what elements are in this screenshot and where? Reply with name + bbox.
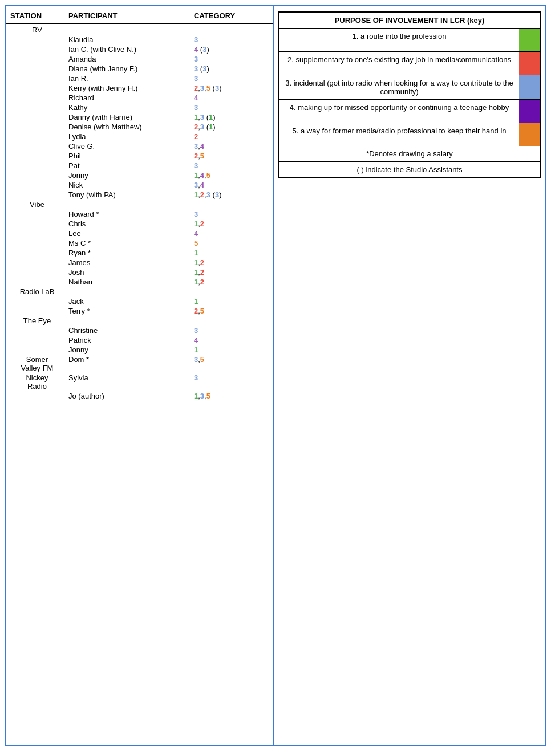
cell-participant: Tony (with PA) [68,190,194,199]
key-item-color [519,123,540,146]
cell-station: Vibe [6,200,68,209]
table-row: RV [6,25,273,35]
cell-category: 2,5 [194,152,262,160]
cell-participant: Josh [68,268,194,277]
key-note1: *Denotes drawing a salary [279,146,540,162]
table-row: Richard4 [6,93,273,103]
cell-participant: Ms C * [68,239,194,247]
table-row: Josh1,2 [6,267,273,277]
cell-participant: Terry * [68,307,194,315]
cell-participant: Kathy [68,103,194,112]
cell-participant: Phil [68,152,194,160]
cell-participant: Danny (with Harrie) [68,113,194,121]
table-row: Ian R.3 [6,74,273,83]
key-note2: ( ) indicate the Studio Assistants [279,162,540,177]
cell-category: 1,2 [194,278,262,286]
cell-participant: Nick [68,181,194,189]
cell-category: 3 [194,55,262,63]
key-item-text: 5. a way for former media/radio professi… [279,123,519,146]
cell-category: 3 [194,161,262,170]
key-item-text: 2. supplementary to one's existing day j… [279,52,519,75]
key-item-row: 2. supplementary to one's existing day j… [279,52,540,75]
cell-participant: Diana (with Jenny F.) [68,64,194,73]
cell-station: Somer Valley FM [6,355,68,372]
cell-participant: Christine [68,326,194,335]
cell-participant: Clive G. [68,142,194,151]
table-row: Amanda3 [6,54,273,64]
cell-category: 1,2 [194,220,262,228]
table-row: Pat3 [6,161,273,170]
cell-category: 1,3 (1) [194,113,262,121]
cell-category: 2,5 [194,307,262,315]
key-item-row: 5. a way for former media/radio professi… [279,123,540,146]
table-row: Vibe [6,200,273,209]
left-panel: STATION PARTICIPANT CATEGORY RVKlaudia3I… [6,6,274,745]
header-station: STATION [6,11,68,20]
table-row: Diana (with Jenny F.)3 (3) [6,64,273,74]
key-item-text: 1. a route into the profession [279,29,519,51]
cell-participant: Dom * [68,355,194,364]
cell-participant: Ian R. [68,74,194,83]
table-row: Phil2,5 [6,151,273,161]
table-row: Danny (with Harrie)1,3 (1) [6,112,273,122]
cell-participant: Klaudia [68,35,194,44]
cell-category: 2,3 (1) [194,123,262,131]
table-row: James1,2 [6,258,273,267]
cell-participant: Kerry (with Jenny H.) [68,84,194,92]
table-body: RVKlaudia3Ian C. (with Clive N.)4 (3)Ama… [6,25,273,401]
table-row: Jack1 [6,296,273,306]
cell-category: 1 [194,249,262,257]
cell-participant: Chris [68,220,194,228]
cell-participant: Pat [68,161,194,170]
key-item-color [519,29,540,51]
main-container: STATION PARTICIPANT CATEGORY RVKlaudia3I… [5,5,546,746]
table-row: Terry *2,5 [6,306,273,316]
cell-category: 4 [194,336,262,344]
table-row: Klaudia3 [6,35,273,44]
table-row: Jo (author)1,3,5 [6,391,273,401]
table-row: Nickey RadioSylvia3 [6,373,273,391]
cell-category: 2,3,5 (3) [194,84,262,92]
table-row: Somer Valley FMDom *3,5 [6,355,273,373]
cell-category: 3,4 [194,181,262,189]
table-row: Lydia2 [6,132,273,141]
table-row: Nathan1,2 [6,277,273,287]
table-row: Jonny1 [6,345,273,355]
cell-participant: Ryan * [68,249,194,257]
cell-category: 4 [194,229,262,238]
table-row: Lee4 [6,229,273,238]
cell-station: The Eye [6,316,68,325]
cell-station: Nickey Radio [6,373,68,391]
cell-category: 3 [194,74,262,83]
table-row: Ian C. (with Clive N.)4 (3) [6,44,273,54]
key-box: PURPOSE OF INVOLVEMENT IN LCR (key) 1. a… [278,11,541,178]
table-row: Chris1,2 [6,219,273,229]
cell-category: 1,2 [194,268,262,277]
table-row: Patrick4 [6,335,273,345]
cell-category: 4 (3) [194,45,262,54]
table-header: STATION PARTICIPANT CATEGORY [6,10,273,24]
cell-participant: Jo (author) [68,392,194,400]
cell-participant: Sylvia [68,373,194,382]
cell-category: 1,2 [194,258,262,267]
key-item-text: 3. incidental (got into radio when looki… [279,75,519,99]
table-row: Christine3 [6,326,273,335]
table-row: Kathy3 [6,103,273,112]
key-item-color [519,52,540,75]
key-item-color [519,75,540,99]
table-row: Denise (with Matthew)2,3 (1) [6,122,273,132]
key-item-row: 1. a route into the profession [279,29,540,52]
table-row: Ms C *5 [6,238,273,248]
cell-category: 1,3,5 [194,392,262,400]
cell-category: 3 [194,373,262,382]
cell-category: 3,5 [194,355,262,364]
cell-participant: Denise (with Matthew) [68,123,194,131]
cell-category: 3 [194,35,262,44]
cell-participant: Ian C. (with Clive N.) [68,45,194,54]
table-row: Kerry (with Jenny H.)2,3,5 (3) [6,83,273,93]
cell-category: 1,4,5 [194,171,262,180]
header-category: CATEGORY [194,11,262,20]
table-row: Radio LaB [6,287,273,296]
table-row: The Eye [6,316,273,326]
cell-participant: Jonny [68,171,194,180]
